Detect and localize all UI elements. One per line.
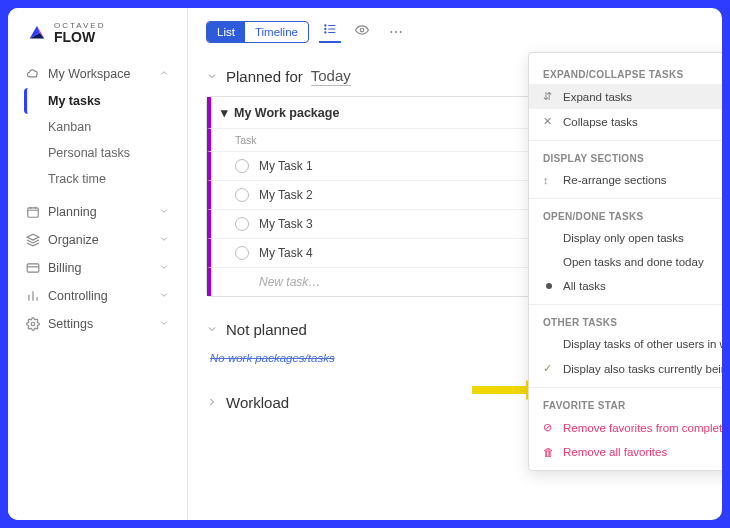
status-circle-icon[interactable] bbox=[235, 246, 249, 260]
menu-item-remove-all-favorites[interactable]: 🗑Remove all favorites bbox=[529, 440, 722, 464]
menu-item-blocked-tasks[interactable]: ✓Display also tasks currently being bloc… bbox=[529, 356, 722, 381]
app-frame: OCTAVED FLOW My Workspace My tasks Kanba… bbox=[8, 8, 722, 520]
sidebar-item-kanban[interactable]: Kanban bbox=[24, 114, 179, 140]
sidebar-item-settings[interactable]: Settings bbox=[16, 310, 179, 338]
sidebar-item-my-tasks[interactable]: My tasks bbox=[24, 88, 179, 114]
menu-heading: EXPAND/COLLAPSE TASKS bbox=[529, 63, 722, 84]
gear-icon bbox=[26, 317, 40, 331]
task-title: My Task 2 bbox=[259, 188, 313, 202]
svg-rect-5 bbox=[27, 264, 39, 272]
sidebar-label: Settings bbox=[48, 317, 93, 331]
menu-label: Display only open tasks bbox=[563, 232, 684, 244]
menu-heading: FAVORITE STAR bbox=[529, 394, 722, 415]
toolbar: List Timeline ⋯ bbox=[188, 8, 722, 53]
sidebar-label: Billing bbox=[48, 261, 81, 275]
sidebar-label: My Workspace bbox=[48, 67, 130, 81]
menu-item-all-tasks[interactable]: All tasks bbox=[529, 274, 722, 298]
work-package-title: My Work package bbox=[234, 106, 339, 120]
more-button[interactable]: ⋯ bbox=[383, 22, 409, 42]
sidebar-label: Controlling bbox=[48, 289, 108, 303]
caret-down-icon: ▾ bbox=[221, 105, 228, 120]
status-circle-icon[interactable] bbox=[235, 188, 249, 202]
options-menu: EXPAND/COLLAPSE TASKS ⇵Expand tasks ✕Col… bbox=[528, 52, 722, 471]
logo: OCTAVED FLOW bbox=[8, 22, 187, 60]
sidebar-item-organize[interactable]: Organize bbox=[16, 226, 179, 254]
chevron-up-icon bbox=[159, 68, 169, 80]
menu-item-rearrange-sections[interactable]: ↕Re-arrange sections bbox=[529, 168, 722, 192]
svg-marker-4 bbox=[27, 234, 39, 240]
menu-label: Re-arrange sections bbox=[563, 174, 667, 186]
chevron-down-icon bbox=[206, 68, 218, 85]
chevron-right-icon bbox=[206, 394, 218, 411]
new-task-placeholder: New task… bbox=[259, 275, 320, 289]
sidebar-item-controlling[interactable]: Controlling bbox=[16, 282, 179, 310]
check-icon: ✓ bbox=[543, 362, 555, 375]
section-label: Workload bbox=[226, 394, 289, 411]
expand-icon: ⇵ bbox=[543, 90, 555, 103]
chevron-down-icon bbox=[159, 206, 169, 218]
menu-label: All tasks bbox=[563, 280, 606, 292]
task-title: My Task 1 bbox=[259, 159, 313, 173]
eye-button[interactable] bbox=[351, 21, 373, 42]
menu-label: Expand tasks bbox=[563, 91, 632, 103]
sidebar-item-billing[interactable]: Billing bbox=[16, 254, 179, 282]
calendar-icon bbox=[26, 205, 40, 219]
menu-label: Open tasks and done today bbox=[563, 256, 704, 268]
chevron-down-icon bbox=[206, 321, 218, 338]
menu-heading: OPEN/DONE TASKS bbox=[529, 205, 722, 226]
rearrange-icon: ↕ bbox=[543, 174, 555, 186]
status-circle-icon[interactable] bbox=[235, 159, 249, 173]
sidebar-label: Organize bbox=[48, 233, 99, 247]
chevron-down-icon bbox=[159, 262, 169, 274]
view-toggle: List Timeline bbox=[206, 21, 309, 43]
menu-item-open-only[interactable]: Display only open tasks bbox=[529, 226, 722, 250]
section-label: Not planned bbox=[226, 321, 307, 338]
menu-label: Display also tasks currently being block… bbox=[563, 363, 722, 375]
svg-point-16 bbox=[325, 32, 326, 33]
svg-point-17 bbox=[360, 28, 364, 32]
sidebar-item-personal-tasks[interactable]: Personal tasks bbox=[24, 140, 179, 166]
sidebar: OCTAVED FLOW My Workspace My tasks Kanba… bbox=[8, 8, 188, 520]
menu-heading: DISPLAY SECTIONS bbox=[529, 147, 722, 168]
layers-icon bbox=[26, 233, 40, 247]
ban-icon: ⊘ bbox=[543, 421, 555, 434]
menu-label: Remove all favorites bbox=[563, 446, 667, 458]
menu-item-collapse-tasks[interactable]: ✕Collapse tasks bbox=[529, 109, 722, 134]
task-title: My Task 3 bbox=[259, 217, 313, 231]
logo-icon bbox=[26, 22, 48, 44]
menu-item-open-and-today[interactable]: Open tasks and done today bbox=[529, 250, 722, 274]
svg-rect-0 bbox=[28, 208, 39, 217]
svg-point-15 bbox=[325, 28, 326, 29]
card-icon bbox=[26, 261, 40, 275]
menu-item-expand-tasks[interactable]: ⇵Expand tasks bbox=[529, 84, 722, 109]
view-timeline-button[interactable]: Timeline bbox=[245, 22, 308, 42]
menu-label: Display tasks of other users in work pac… bbox=[563, 338, 722, 350]
svg-point-14 bbox=[325, 25, 326, 26]
section-label: Planned for bbox=[226, 68, 303, 85]
chevron-down-icon bbox=[159, 290, 169, 302]
sidebar-item-track-time[interactable]: Track time bbox=[24, 166, 179, 192]
collapse-icon: ✕ bbox=[543, 115, 555, 128]
menu-item-other-users[interactable]: Display tasks of other users in work pac… bbox=[529, 332, 722, 356]
menu-heading: OTHER TASKS bbox=[529, 311, 722, 332]
trash-icon: 🗑 bbox=[543, 446, 555, 458]
main-pane: List Timeline ⋯ Planned for Today ▾ My W… bbox=[188, 8, 722, 520]
date-picker[interactable]: Today bbox=[311, 67, 351, 86]
sidebar-item-planning[interactable]: Planning bbox=[16, 198, 179, 226]
radio-on-icon bbox=[543, 283, 555, 289]
menu-item-remove-favorites-completed[interactable]: ⊘Remove favorites from completed work pa… bbox=[529, 415, 722, 440]
cloud-icon bbox=[26, 67, 40, 81]
svg-point-10 bbox=[31, 322, 35, 326]
status-circle-icon[interactable] bbox=[235, 217, 249, 231]
logo-name: FLOW bbox=[54, 30, 105, 44]
view-list-button[interactable]: List bbox=[207, 22, 245, 42]
list-options-button[interactable] bbox=[319, 20, 341, 43]
sidebar-item-workspace[interactable]: My Workspace bbox=[16, 60, 179, 88]
sidebar-label: Planning bbox=[48, 205, 97, 219]
menu-label: Remove favorites from completed work pac… bbox=[563, 422, 722, 434]
task-title: My Task 4 bbox=[259, 246, 313, 260]
chart-icon bbox=[26, 289, 40, 303]
chevron-down-icon bbox=[159, 234, 169, 246]
chevron-down-icon bbox=[159, 318, 169, 330]
menu-label: Collapse tasks bbox=[563, 116, 638, 128]
